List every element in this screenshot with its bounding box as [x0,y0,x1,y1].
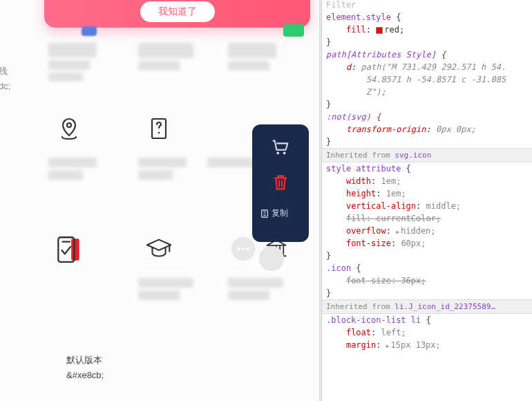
icon-cell[interactable] [138,40,228,82]
ghost-circle-icon [259,246,284,271]
copy-button[interactable]: 复制 [256,207,305,219]
selector-text[interactable]: :not(svg) [326,112,371,122]
location-pin-icon [48,108,90,149]
notebook-check-icon [48,228,90,270]
inherited-from-bar: Inherited from svg.icon [322,148,532,162]
icon-cell[interactable] [48,40,138,82]
inherited-source-link[interactable]: svg.icon [395,151,431,160]
icon-cell[interactable] [48,108,138,149]
icon-library-pane: 我知道了 线 dc; [0,0,319,401]
svg-point-7 [242,248,245,250]
overridden-rule[interactable]: font-size: 36px; [346,276,426,286]
green-badge [283,24,304,37]
svg-rect-3 [71,239,79,260]
overridden-rule[interactable]: fill: currentColor; [346,214,441,223]
selector-text[interactable]: element.style [326,12,391,22]
css-prop[interactable]: transform-origin [346,124,426,134]
graduation-cap-icon [138,228,180,270]
svg-point-6 [237,248,240,250]
icon-meta-labels: 默认版本 &#xe8cb; [66,353,104,383]
cart-icon[interactable] [270,137,291,160]
css-value[interactable]: 0px 0px; [436,124,476,134]
css-prop[interactable]: fill [346,25,366,35]
icon-cell[interactable] [138,108,228,149]
color-swatch-red[interactable] [376,27,383,34]
acknowledge-button[interactable]: 我知道了 [140,1,215,22]
selector-text[interactable]: .icon [326,263,351,273]
trash-icon[interactable] [270,172,291,195]
selector-text[interactable]: .block-icon-list li [326,315,421,325]
svg-point-2 [158,132,160,134]
svg-point-0 [67,123,71,127]
css-value: path("M 731.429 292.571 h 54. [361,62,506,72]
icon-cell[interactable] [48,228,138,270]
svg-point-10 [283,152,286,155]
help-document-icon [138,108,180,149]
blue-badge [82,26,97,36]
icon-cell[interactable] [228,40,318,82]
devtools-styles-pane: Filter element.style { fill: red; } path… [321,0,532,401]
clipboard-icon [260,209,269,218]
cut-off-labels: 线 dc; [0,64,10,94]
selector-text[interactable]: path[Attributes Style] [326,50,436,59]
css-value[interactable]: red [384,25,399,35]
icon-action-panel: 复制 [252,124,309,242]
version-label: 默认版本 [66,353,104,368]
svg-point-8 [247,248,249,250]
inherited-from-bar: Inherited from li.J_icon_id_22375589… [322,299,532,314]
svg-point-9 [276,152,279,155]
icon-cell[interactable] [138,228,228,270]
filter-input[interactable]: Filter [322,0,532,11]
inherited-source-link[interactable]: li.J_icon_id_22375589… [395,302,495,311]
codepoint-label: &#xe8cb; [66,368,104,383]
copy-label-text: 复制 [272,207,288,219]
notice-banner: 我知道了 [44,0,310,28]
css-prop[interactable]: d [346,62,351,72]
selector-text[interactable]: style attribute [326,164,401,174]
